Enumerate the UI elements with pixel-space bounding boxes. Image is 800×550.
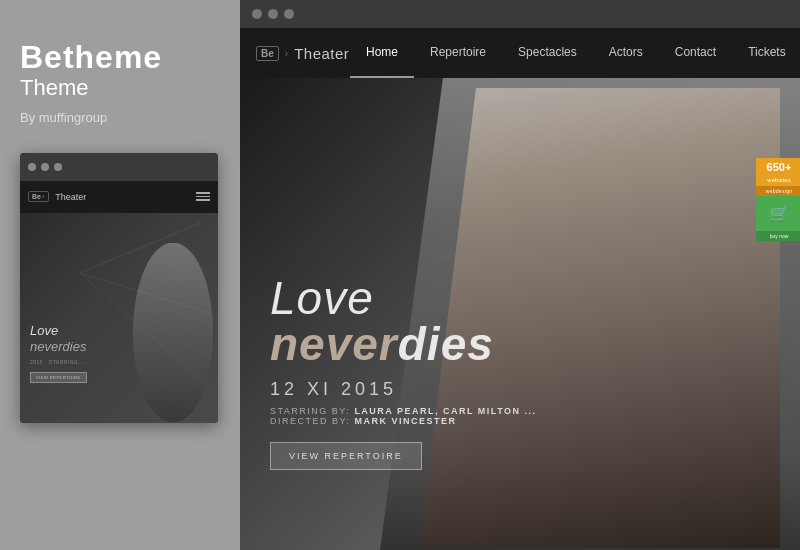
starring-names: LAURA PEARL, CARL MILTON ... [354,406,536,416]
navbar-chevron-icon: › [285,48,288,59]
nav-link-tickets[interactable]: Tickets [732,28,800,78]
never-word: never [270,318,398,370]
mini-dot-2 [41,163,49,171]
brand-subtitle: Theme [20,75,88,101]
badge-cart-label: buy now [756,231,800,241]
hero-starring: STARRING BY: LAURA PEARL, CARL MILTON ..… [270,406,537,426]
directed-label: DIRECTED BY: [270,416,351,426]
mini-date: 2015 STARRING: ... [30,359,88,365]
chrome-dot-2 [268,9,278,19]
mini-logo-name: Theater [55,192,86,202]
mini-hero: Love neverdies 2015 STARRING: ... VIEW R… [20,213,218,423]
mini-dies-word: dies [63,339,87,354]
directed-name: MARK VINCESTER [355,416,457,426]
mini-titlebar [20,153,218,181]
nav-link-actors[interactable]: Actors [593,28,659,78]
dies-word: dies [398,318,494,370]
view-repertoire-button[interactable]: VIEW REPERTOIRE [270,442,422,470]
starring-label: STARRING BY: [270,406,350,416]
mini-figure [128,243,218,423]
brand-by: By muffingroup [20,110,107,125]
chrome-dot-3 [284,9,294,19]
badge-cart-icon[interactable]: 🛒 [756,196,800,231]
mini-logo-be: Be [32,193,41,200]
hero-section: Love neverdies 12 XI 2015 STARRING BY: L… [240,78,800,550]
nav-link-home[interactable]: Home [350,28,414,78]
hero-title-love: Love [270,275,537,321]
mini-hamburger-icon [196,192,210,201]
be-logo: Be [256,46,279,61]
chrome-dot-1 [252,9,262,19]
badge-label: webdesign [756,186,800,196]
badge-count-number: 650+ [767,161,792,173]
mini-preview-card: Be › Theater Love neverdies 2015 [20,153,218,423]
window-chrome [240,0,800,28]
mini-never-word: never [30,339,63,354]
mini-dot-1 [28,163,36,171]
top-navbar: Be › Theater Home Repertoire Spectacles … [240,28,800,78]
navbar-brand: Be › Theater [240,45,350,62]
badge-count-sub: websites [767,177,790,183]
right-panel: Be › Theater Home Repertoire Spectacles … [240,0,800,550]
mini-navbar: Be › Theater [20,181,218,213]
mini-never-dies: neverdies [30,339,88,355]
mini-dot-3 [54,163,62,171]
hero-date: 12 XI 2015 [270,379,537,400]
hero-content: Love neverdies 12 XI 2015 STARRING BY: L… [270,275,537,470]
hero-title-never-dies: neverdies [270,321,537,367]
nav-link-spectacles[interactable]: Spectacles [502,28,593,78]
left-panel: Betheme Theme By muffingroup Be › Theate… [0,0,240,550]
nav-link-repertoire[interactable]: Repertoire [414,28,502,78]
mini-logo-box: Be › [28,191,49,202]
mini-love: Love [30,323,88,339]
badge-count: 650+ websites [756,158,800,186]
nav-link-contact[interactable]: Contact [659,28,732,78]
brand-title: Betheme [20,40,162,75]
mini-hero-text: Love neverdies 2015 STARRING: ... VIEW R… [30,323,88,382]
nav-links: Home Repertoire Spectacles Actors Contac… [350,28,800,78]
navbar-title: Theater [294,45,349,62]
mini-view-btn: VIEW REPERTOIRE [30,372,87,383]
mini-logo-chevron-icon: › [42,193,44,200]
side-badge: 650+ websites webdesign 🛒 buy now [756,158,800,241]
